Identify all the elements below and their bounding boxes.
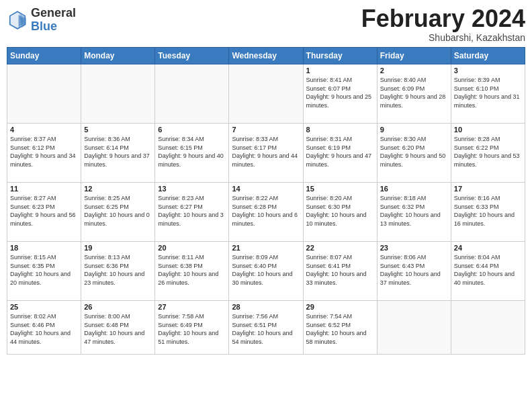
day-info: Sunrise: 7:54 AM Sunset: 6:52 PM Dayligh… — [306, 312, 374, 346]
day-info: Sunrise: 8:28 AM Sunset: 6:22 PM Dayligh… — [454, 135, 522, 169]
day-info: Sunrise: 8:22 AM Sunset: 6:28 PM Dayligh… — [232, 194, 300, 228]
table-row: 7Sunrise: 8:33 AM Sunset: 6:17 PM Daylig… — [229, 124, 303, 183]
table-row — [155, 64, 229, 124]
table-row: 24Sunrise: 8:04 AM Sunset: 6:44 PM Dayli… — [451, 242, 525, 301]
table-row: 8Sunrise: 8:31 AM Sunset: 6:19 PM Daylig… — [303, 124, 377, 183]
day-number: 24 — [454, 244, 522, 252]
table-row: 14Sunrise: 8:22 AM Sunset: 6:28 PM Dayli… — [229, 183, 303, 242]
logo-line2: Blue — [31, 20, 76, 34]
day-info: Sunrise: 7:58 AM Sunset: 6:49 PM Dayligh… — [158, 312, 226, 346]
day-number: 12 — [84, 185, 152, 193]
table-row: 16Sunrise: 8:18 AM Sunset: 6:32 PM Dayli… — [377, 183, 451, 242]
day-info: Sunrise: 8:23 AM Sunset: 6:27 PM Dayligh… — [158, 194, 226, 228]
day-info: Sunrise: 8:34 AM Sunset: 6:15 PM Dayligh… — [158, 135, 226, 169]
day-number: 26 — [84, 303, 152, 311]
calendar-table: Sunday Monday Tuesday Wednesday Thursday… — [7, 47, 525, 355]
col-thursday: Thursday — [303, 48, 377, 64]
day-info: Sunrise: 8:13 AM Sunset: 6:36 PM Dayligh… — [84, 253, 152, 287]
day-info: Sunrise: 7:56 AM Sunset: 6:51 PM Dayligh… — [232, 312, 300, 346]
table-row: 11Sunrise: 8:27 AM Sunset: 6:23 PM Dayli… — [7, 183, 81, 242]
day-info: Sunrise: 8:20 AM Sunset: 6:30 PM Dayligh… — [306, 194, 374, 228]
calendar-body: 1Sunrise: 8:41 AM Sunset: 6:07 PM Daylig… — [7, 64, 525, 355]
day-info: Sunrise: 8:27 AM Sunset: 6:23 PM Dayligh… — [10, 194, 78, 228]
table-row: 15Sunrise: 8:20 AM Sunset: 6:30 PM Dayli… — [303, 183, 377, 242]
day-info: Sunrise: 8:33 AM Sunset: 6:17 PM Dayligh… — [232, 135, 300, 169]
logo-text: General Blue — [31, 7, 76, 34]
day-info: Sunrise: 8:06 AM Sunset: 6:43 PM Dayligh… — [380, 253, 448, 287]
day-number: 21 — [232, 244, 300, 252]
day-info: Sunrise: 8:36 AM Sunset: 6:14 PM Dayligh… — [84, 135, 152, 169]
table-row: 23Sunrise: 8:06 AM Sunset: 6:43 PM Dayli… — [377, 242, 451, 301]
day-number: 16 — [380, 185, 448, 193]
table-row: 3Sunrise: 8:39 AM Sunset: 6:10 PM Daylig… — [451, 64, 525, 124]
calendar-week-4: 25Sunrise: 8:02 AM Sunset: 6:46 PM Dayli… — [7, 301, 525, 355]
day-number: 22 — [306, 244, 374, 252]
day-number: 1 — [306, 66, 374, 75]
table-row: 9Sunrise: 8:30 AM Sunset: 6:20 PM Daylig… — [377, 124, 451, 183]
col-sunday: Sunday — [7, 48, 81, 64]
day-number: 2 — [380, 66, 448, 75]
table-row: 26Sunrise: 8:00 AM Sunset: 6:48 PM Dayli… — [81, 301, 155, 355]
day-number: 29 — [306, 303, 374, 311]
logo-icon — [7, 9, 28, 31]
day-number: 8 — [306, 126, 374, 134]
day-info: Sunrise: 8:09 AM Sunset: 6:40 PM Dayligh… — [232, 253, 300, 287]
day-info: Sunrise: 8:02 AM Sunset: 6:46 PM Dayligh… — [10, 312, 78, 346]
table-row — [7, 64, 81, 124]
page: General Blue February 2024 Shubarshi, Ka… — [0, 0, 532, 411]
day-info: Sunrise: 8:41 AM Sunset: 6:07 PM Dayligh… — [306, 76, 374, 109]
day-number: 7 — [232, 126, 300, 134]
month-title: February 2024 — [361, 7, 525, 31]
day-info: Sunrise: 8:30 AM Sunset: 6:20 PM Dayligh… — [380, 135, 448, 169]
table-row: 12Sunrise: 8:25 AM Sunset: 6:25 PM Dayli… — [81, 183, 155, 242]
table-row: 21Sunrise: 8:09 AM Sunset: 6:40 PM Dayli… — [229, 242, 303, 301]
day-number: 14 — [232, 185, 300, 193]
day-number: 15 — [306, 185, 374, 193]
calendar-week-1: 4Sunrise: 8:37 AM Sunset: 6:12 PM Daylig… — [7, 124, 525, 183]
col-saturday: Saturday — [451, 48, 525, 64]
calendar-week-3: 18Sunrise: 8:15 AM Sunset: 6:35 PM Dayli… — [7, 242, 525, 301]
table-row — [81, 64, 155, 124]
day-info: Sunrise: 8:15 AM Sunset: 6:35 PM Dayligh… — [10, 253, 78, 287]
calendar-header: Sunday Monday Tuesday Wednesday Thursday… — [7, 48, 525, 64]
location-subtitle: Shubarshi, Kazakhstan — [361, 32, 525, 43]
table-row: 29Sunrise: 7:54 AM Sunset: 6:52 PM Dayli… — [303, 301, 377, 355]
table-row: 2Sunrise: 8:40 AM Sunset: 6:09 PM Daylig… — [377, 64, 451, 124]
day-number: 9 — [380, 126, 448, 134]
day-info: Sunrise: 8:07 AM Sunset: 6:41 PM Dayligh… — [306, 253, 374, 287]
day-info: Sunrise: 8:39 AM Sunset: 6:10 PM Dayligh… — [454, 76, 522, 109]
header: General Blue February 2024 Shubarshi, Ka… — [7, 7, 525, 43]
day-info: Sunrise: 8:40 AM Sunset: 6:09 PM Dayligh… — [380, 76, 448, 109]
day-number: 4 — [10, 126, 78, 134]
calendar-week-2: 11Sunrise: 8:27 AM Sunset: 6:23 PM Dayli… — [7, 183, 525, 242]
table-row: 4Sunrise: 8:37 AM Sunset: 6:12 PM Daylig… — [7, 124, 81, 183]
col-friday: Friday — [377, 48, 451, 64]
day-number: 13 — [158, 185, 226, 193]
col-tuesday: Tuesday — [155, 48, 229, 64]
table-row: 5Sunrise: 8:36 AM Sunset: 6:14 PM Daylig… — [81, 124, 155, 183]
day-info: Sunrise: 8:00 AM Sunset: 6:48 PM Dayligh… — [84, 312, 152, 346]
table-row: 18Sunrise: 8:15 AM Sunset: 6:35 PM Dayli… — [7, 242, 81, 301]
title-block: February 2024 Shubarshi, Kazakhstan — [361, 7, 525, 43]
day-number: 23 — [380, 244, 448, 252]
day-number: 27 — [158, 303, 226, 311]
table-row: 13Sunrise: 8:23 AM Sunset: 6:27 PM Dayli… — [155, 183, 229, 242]
day-info: Sunrise: 8:04 AM Sunset: 6:44 PM Dayligh… — [454, 253, 522, 287]
day-number: 3 — [454, 66, 522, 75]
day-number: 10 — [454, 126, 522, 134]
day-number: 25 — [10, 303, 78, 311]
logo-line1: General — [31, 7, 76, 20]
col-wednesday: Wednesday — [229, 48, 303, 64]
table-row: 25Sunrise: 8:02 AM Sunset: 6:46 PM Dayli… — [7, 301, 81, 355]
day-number: 17 — [454, 185, 522, 193]
logo: General Blue — [7, 7, 76, 34]
day-info: Sunrise: 8:25 AM Sunset: 6:25 PM Dayligh… — [84, 194, 152, 228]
day-number: 6 — [158, 126, 226, 134]
calendar-week-0: 1Sunrise: 8:41 AM Sunset: 6:07 PM Daylig… — [7, 64, 525, 124]
col-monday: Monday — [81, 48, 155, 64]
day-number: 18 — [10, 244, 78, 252]
table-row: 22Sunrise: 8:07 AM Sunset: 6:41 PM Dayli… — [303, 242, 377, 301]
table-row: 6Sunrise: 8:34 AM Sunset: 6:15 PM Daylig… — [155, 124, 229, 183]
day-info: Sunrise: 8:37 AM Sunset: 6:12 PM Dayligh… — [10, 135, 78, 169]
header-row: Sunday Monday Tuesday Wednesday Thursday… — [7, 48, 525, 64]
